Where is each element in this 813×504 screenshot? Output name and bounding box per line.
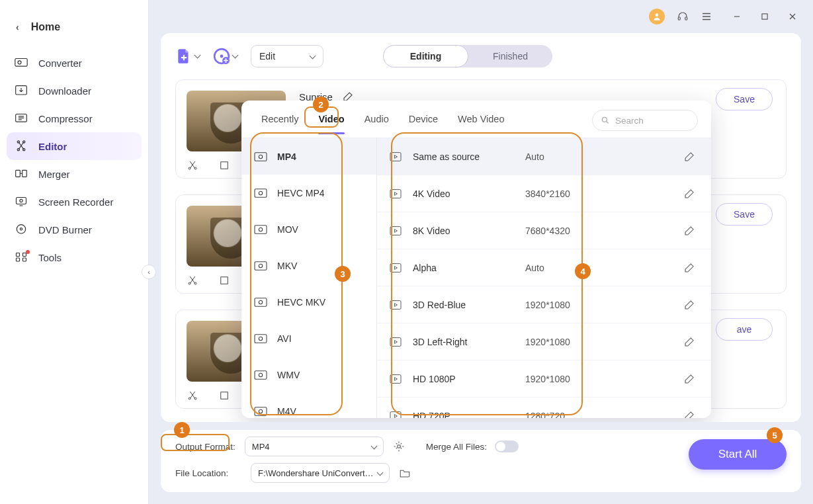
merge-toggle[interactable] bbox=[495, 441, 519, 452]
save-button[interactable]: Save bbox=[716, 203, 773, 226]
format-item[interactable]: MOV bbox=[241, 211, 376, 247]
output-format-select[interactable]: MP4 bbox=[245, 437, 384, 456]
tab-web-video[interactable]: Web Video bbox=[458, 114, 504, 134]
sidebar-item-compressor[interactable]: Compressor bbox=[7, 105, 142, 132]
format-icon bbox=[253, 296, 268, 308]
folder-open-icon[interactable] bbox=[399, 467, 411, 479]
format-item[interactable]: MKV bbox=[241, 247, 376, 284]
sidebar-item-tools[interactable]: Tools bbox=[7, 243, 142, 271]
format-label: MKV bbox=[277, 261, 297, 271]
merger-icon bbox=[15, 168, 28, 180]
svg-rect-27 bbox=[221, 162, 228, 169]
tab-video[interactable]: Video bbox=[318, 114, 344, 134]
scissors-icon[interactable] bbox=[187, 390, 198, 401]
svg-rect-14 bbox=[16, 253, 19, 256]
svg-point-40 bbox=[259, 228, 262, 231]
format-icon bbox=[253, 369, 268, 381]
window-maximize-icon[interactable] bbox=[759, 11, 771, 22]
sidebar-item-converter[interactable]: Converter bbox=[7, 49, 142, 77]
format-item[interactable]: M4V bbox=[241, 393, 376, 418]
content-card: Edit Editing Finished Sunrise Save bbox=[161, 33, 801, 422]
sidebar-item-label: Editor bbox=[38, 141, 67, 152]
tab-recently[interactable]: Recently bbox=[261, 114, 298, 134]
crop-icon[interactable] bbox=[218, 390, 230, 401]
format-item[interactable]: HEVC MKV bbox=[241, 284, 376, 320]
svg-rect-49 bbox=[255, 407, 267, 415]
resolution-list: Same as sourceAuto4K Video3840*21608K Vi… bbox=[377, 138, 711, 418]
resolution-item[interactable]: HD 1080P1920*1080 bbox=[377, 360, 711, 398]
sidebar-item-label: DVD Burner bbox=[38, 224, 92, 235]
edit-preset-icon[interactable] bbox=[683, 299, 695, 311]
gear-icon[interactable] bbox=[393, 441, 405, 452]
edit-preset-icon[interactable] bbox=[683, 373, 695, 385]
resolution-item[interactable]: 3D Left-Right1920*1080 bbox=[377, 323, 711, 360]
edit-select[interactable]: Edit bbox=[251, 45, 323, 67]
edit-select-label: Edit bbox=[259, 51, 275, 62]
file-location-label: File Location: bbox=[175, 468, 241, 478]
start-all-button[interactable]: Start All bbox=[689, 439, 787, 470]
crop-icon[interactable] bbox=[218, 274, 230, 286]
svg-point-11 bbox=[20, 199, 22, 202]
converter-icon bbox=[15, 57, 28, 69]
headset-icon[interactable] bbox=[677, 11, 689, 22]
resolution-item[interactable]: Same as sourceAuto bbox=[377, 138, 711, 175]
tab-audio[interactable]: Audio bbox=[364, 114, 389, 134]
panel-tabs: Recently Video Audio Device Web Video Se… bbox=[241, 101, 711, 138]
panel-search-input[interactable]: Search bbox=[592, 110, 698, 131]
format-item[interactable]: AVI bbox=[241, 320, 376, 357]
file-location-select[interactable]: F:\Wondershare UniConverter 1 bbox=[251, 463, 390, 483]
format-icon bbox=[253, 333, 268, 345]
save-button[interactable]: ave bbox=[716, 318, 773, 341]
sidebar-collapse-button[interactable]: ‹ bbox=[142, 265, 156, 279]
svg-point-34 bbox=[602, 117, 607, 122]
format-item[interactable]: MP4 bbox=[241, 138, 376, 175]
sidebar-item-merger[interactable]: Merger bbox=[7, 160, 142, 188]
sidebar-item-dvd-burner[interactable]: DVD Burner bbox=[7, 216, 142, 243]
tab-finished[interactable]: Finished bbox=[468, 45, 552, 67]
format-icon bbox=[253, 151, 268, 163]
chevron-down-icon bbox=[372, 442, 376, 452]
sidebar-item-downloader[interactable]: Downloader bbox=[7, 77, 142, 105]
edit-preset-icon[interactable] bbox=[683, 262, 695, 274]
home-button[interactable]: ‹ Home bbox=[7, 13, 142, 49]
format-item[interactable]: WMV bbox=[241, 357, 376, 393]
hamburger-menu-icon[interactable] bbox=[701, 11, 712, 22]
cards-area: Sunrise Save Save bbox=[175, 79, 787, 422]
format-item[interactable]: HEVC MP4 bbox=[241, 175, 376, 211]
resolution-item[interactable]: 4K Video3840*2160 bbox=[377, 175, 711, 212]
tab-editing[interactable]: Editing bbox=[383, 45, 468, 67]
crop-icon[interactable] bbox=[218, 159, 230, 171]
edit-preset-icon[interactable] bbox=[683, 336, 695, 348]
resolution-item[interactable]: 8K Video7680*4320 bbox=[377, 212, 711, 249]
edit-preset-icon[interactable] bbox=[683, 410, 695, 419]
save-button[interactable]: Save bbox=[716, 88, 773, 110]
sidebar-item-label: Downloader bbox=[38, 85, 91, 97]
add-disc-icon bbox=[213, 48, 230, 65]
add-file-button[interactable] bbox=[175, 48, 200, 65]
resolution-item[interactable]: AlphaAuto bbox=[377, 249, 711, 286]
sidebar-item-screen-recorder[interactable]: Screen Recorder bbox=[7, 188, 142, 216]
svg-rect-43 bbox=[255, 298, 267, 306]
scissors-icon[interactable] bbox=[187, 274, 198, 286]
scissors-icon[interactable] bbox=[187, 159, 198, 171]
svg-rect-57 bbox=[390, 374, 401, 383]
chevron-down-icon bbox=[233, 53, 237, 60]
add-disc-button[interactable] bbox=[213, 48, 237, 65]
sidebar-item-editor[interactable]: Editor bbox=[7, 132, 142, 160]
resolution-name: 3D Red-Blue bbox=[413, 300, 525, 310]
resolution-item[interactable]: HD 720P1280*720 bbox=[377, 398, 711, 418]
user-avatar-icon[interactable] bbox=[649, 9, 665, 24]
svg-point-13 bbox=[20, 228, 22, 230]
resolution-size: 7680*4320 bbox=[525, 226, 611, 236]
window-close-icon[interactable] bbox=[787, 11, 798, 22]
search-placeholder: Search bbox=[615, 116, 644, 126]
edit-preset-icon[interactable] bbox=[683, 225, 695, 237]
tab-device[interactable]: Device bbox=[409, 114, 438, 134]
window-minimize-icon[interactable] bbox=[731, 11, 743, 22]
edit-preset-icon[interactable] bbox=[683, 188, 695, 200]
downloader-icon bbox=[15, 85, 28, 97]
resolution-item[interactable]: 3D Red-Blue1920*1080 bbox=[377, 286, 711, 323]
svg-point-25 bbox=[189, 167, 191, 169]
svg-rect-19 bbox=[678, 17, 680, 21]
edit-preset-icon[interactable] bbox=[683, 151, 695, 163]
